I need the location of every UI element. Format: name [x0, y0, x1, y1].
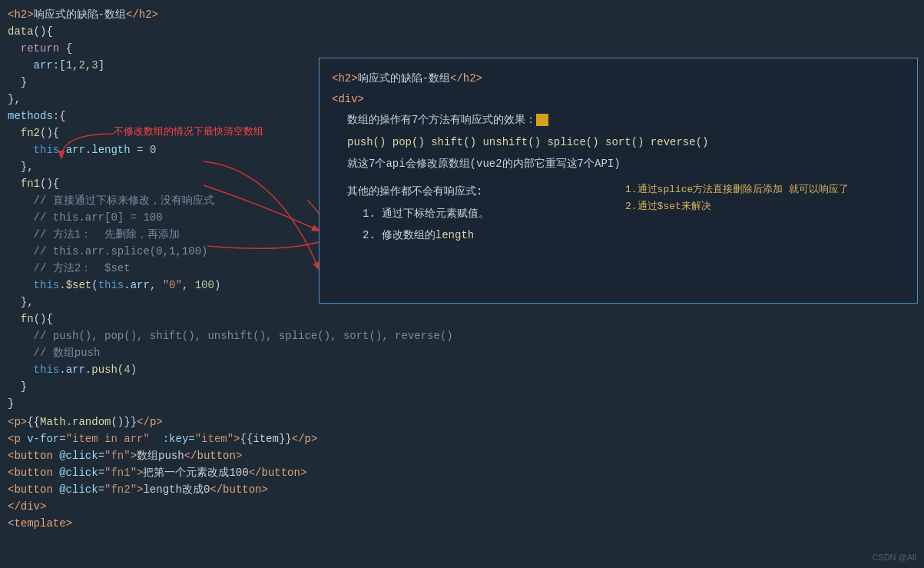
csdn-watermark: CSDN @All — [872, 553, 916, 562]
code-line: return { — [8, 40, 607, 57]
code-line: // 数组push — [8, 344, 607, 361]
code-line: } — [8, 378, 607, 395]
popup-methods-line: push() pop() shift() unshift() splice() … — [332, 131, 905, 154]
code-line: data(){ — [8, 23, 607, 40]
popup-div-line: <div> — [332, 89, 905, 109]
popup-text1: 数组的操作有7个方法有响应式的效果： — [332, 109, 905, 131]
code-line: <h2>响应式的缺陷-数组</h2> — [8, 6, 607, 23]
code-line: <button @click="fn2">length改成0</button> — [8, 481, 607, 498]
code-line: </div> — [8, 498, 607, 515]
code-line: <button @click="fn1">把第一个元素改成100</button… — [8, 464, 607, 481]
code-line: <p v-for="item in arr" :key="item">{{ite… — [8, 430, 607, 447]
popup-note: 1.通过splice方法直接删除后添加 就可以响应了 2.通过$set来解决 — [625, 181, 909, 215]
code-line: <p>{{Math.random()}}</p> — [8, 414, 607, 430]
popup-panel: <h2>响应式的缺陷-数组</h2> <div> 数组的操作有7个方法有响应式的… — [319, 58, 918, 304]
code-line: <template> — [8, 515, 607, 532]
popup-h2-line: <h2>响应式的缺陷-数组</h2> — [332, 68, 905, 89]
code-line: this.arr.push(4) — [8, 361, 607, 378]
annotation-text: 不修改数组的情况下最快清空数组 — [114, 125, 263, 138]
code-line: } — [8, 395, 607, 412]
code-line: // push(), pop(), shift(), unshift(), sp… — [8, 327, 607, 344]
popup-desc1: 就这7个api会修改原数组(vue2的内部它重写这7个API) — [332, 154, 905, 174]
code-line: <button @click="fn">数组push</button> — [8, 447, 607, 464]
code-line: fn(){ — [8, 311, 607, 327]
